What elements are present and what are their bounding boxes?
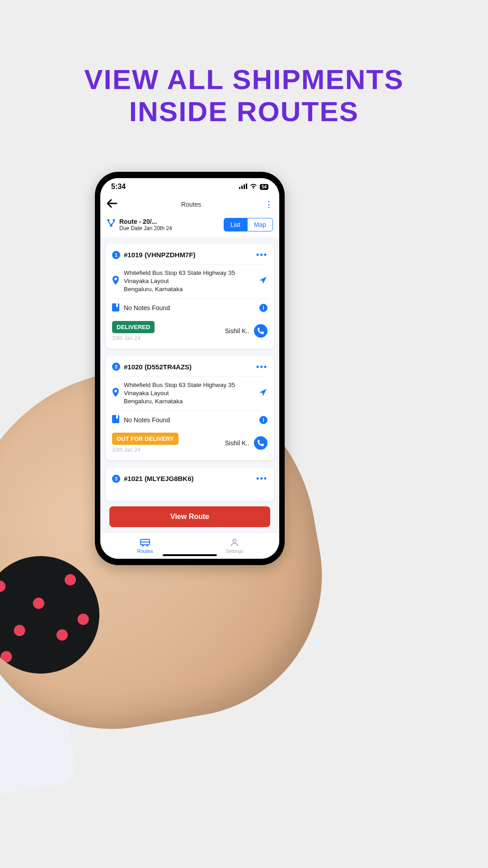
home-indicator[interactable]: [163, 554, 217, 556]
step-badge: 1: [112, 251, 120, 259]
shipment-title: #1019 (VHNPZDHM7F): [124, 251, 195, 259]
settings-icon: [230, 538, 239, 547]
route-due: Due Date Jan 20th 24: [119, 225, 172, 231]
status-row: DELIVERED 20th Jan 24 Sishil K..: [112, 317, 267, 341]
shipment-title: #1020 (D552TR4AZS): [124, 363, 192, 371]
address-city: Bengaluru, Karnataka: [124, 285, 237, 293]
decorative-watch-band: [0, 547, 109, 683]
shipment-title: #1021 (MLYEJG8BK6): [124, 475, 194, 482]
svg-point-4: [108, 219, 110, 222]
svg-rect-9: [116, 415, 118, 419]
step-badge: 2: [112, 363, 120, 371]
page-title: Routes: [181, 201, 201, 208]
status-badge: OUT FOR DELIVERY: [112, 433, 178, 445]
notes-icon: [112, 415, 119, 425]
address-row: Whitefield Bus Stop 63 State Highway 35 …: [112, 376, 267, 410]
route-summary-row: Route - 20/... Due Date Jan 20th 24 List…: [100, 214, 279, 238]
app-header: Routes ⋮: [100, 195, 279, 214]
battery-icon: 54: [260, 184, 268, 190]
phone-frame: 5:34 54 Routes ⋮: [95, 172, 285, 565]
assignee-name: Sishil K..: [225, 327, 249, 335]
status-bar: 5:34 54: [100, 178, 279, 195]
view-route-button[interactable]: View Route: [109, 506, 270, 527]
route-name: Route - 20/...: [119, 218, 172, 225]
svg-rect-0: [239, 187, 240, 189]
info-icon[interactable]: i: [259, 304, 267, 312]
status-row: OUT FOR DELIVERY 20th Jan 24 Sishil K..: [112, 429, 267, 453]
more-horizontal-icon[interactable]: •••: [256, 474, 267, 483]
location-pin-icon: [112, 388, 119, 399]
svg-point-14: [233, 539, 236, 542]
svg-rect-1: [241, 186, 243, 189]
nav-settings-label: Settings: [225, 548, 244, 554]
wifi-icon: [250, 183, 257, 191]
svg-rect-3: [246, 184, 247, 189]
address-line: Whitefield Bus Stop 63 State Highway 35 …: [124, 381, 237, 397]
call-button[interactable]: [254, 324, 267, 338]
navigate-icon[interactable]: [258, 276, 267, 287]
shipments-list[interactable]: 1 #1019 (VHNPZDHM7F) ••• Whitefield Bus …: [100, 238, 279, 559]
address-row: Whitefield Bus Stop 63 State Highway 35 …: [112, 264, 267, 298]
more-horizontal-icon[interactable]: •••: [256, 250, 267, 259]
notes-text: No Notes Found: [124, 416, 170, 424]
route-fork-icon: [107, 218, 116, 231]
svg-point-12: [142, 545, 144, 547]
toggle-list[interactable]: List: [224, 218, 247, 231]
status-date: 20th Jan 24: [112, 447, 178, 453]
notes-row: No Notes Found i: [112, 410, 267, 429]
shipment-card[interactable]: 3 #1021 (MLYEJG8BK6) •••: [106, 467, 274, 501]
cellular-icon: [239, 183, 247, 191]
notes-text: No Notes Found: [124, 304, 170, 311]
notes-row: No Notes Found i: [112, 298, 267, 317]
svg-rect-2: [244, 184, 245, 189]
status-date: 20th Jan 24: [112, 335, 155, 341]
info-icon[interactable]: i: [259, 416, 267, 424]
address-city: Bengaluru, Karnataka: [124, 397, 237, 406]
address-text: Whitefield Bus Stop 63 State Highway 35 …: [124, 269, 237, 294]
phone-screen: 5:34 54 Routes ⋮: [100, 178, 279, 559]
address-line: Whitefield Bus Stop 63 State Highway 35 …: [124, 269, 237, 285]
card-header: 1 #1019 (VHNPZDHM7F) •••: [112, 250, 267, 264]
navigate-icon[interactable]: [258, 388, 267, 399]
hero-line-1: VIEW ALL SHIPMENTS: [0, 63, 488, 95]
shipment-card[interactable]: 1 #1019 (VHNPZDHM7F) ••• Whitefield Bus …: [106, 244, 274, 349]
nav-routes-label: Routes: [137, 548, 153, 554]
svg-rect-8: [112, 415, 119, 423]
card-header: 3 #1021 (MLYEJG8BK6) •••: [112, 474, 267, 483]
svg-point-5: [113, 219, 115, 222]
svg-rect-7: [116, 303, 118, 307]
view-toggle: List Map: [224, 218, 273, 231]
status-badge: DELIVERED: [112, 321, 155, 333]
route-summary-left: Route - 20/... Due Date Jan 20th 24: [107, 218, 172, 231]
call-button[interactable]: [254, 436, 267, 450]
route-text: Route - 20/... Due Date Jan 20th 24: [119, 218, 172, 231]
back-button[interactable]: [107, 199, 117, 210]
shipment-card[interactable]: 2 #1020 (D552TR4AZS) ••• Whitefield Bus …: [106, 356, 274, 461]
decorative-sleeve: [0, 603, 78, 798]
svg-rect-6: [112, 303, 119, 311]
routes-icon: [140, 538, 150, 547]
more-vertical-icon[interactable]: ⋮: [265, 199, 273, 209]
status-time: 5:34: [111, 183, 126, 191]
step-badge: 3: [112, 475, 120, 483]
more-horizontal-icon[interactable]: •••: [256, 362, 267, 372]
card-header: 2 #1020 (D552TR4AZS) •••: [112, 362, 267, 376]
location-pin-icon: [112, 276, 119, 287]
toggle-map[interactable]: Map: [247, 218, 273, 231]
assignee-name: Sishil K..: [225, 439, 249, 447]
notes-icon: [112, 303, 119, 313]
hero-title: VIEW ALL SHIPMENTS INSIDE ROUTES: [0, 0, 488, 128]
address-text: Whitefield Bus Stop 63 State Highway 35 …: [124, 381, 237, 406]
status-right-icons: 54: [239, 183, 268, 191]
hero-line-2: INSIDE ROUTES: [0, 95, 488, 127]
svg-point-13: [146, 545, 148, 547]
